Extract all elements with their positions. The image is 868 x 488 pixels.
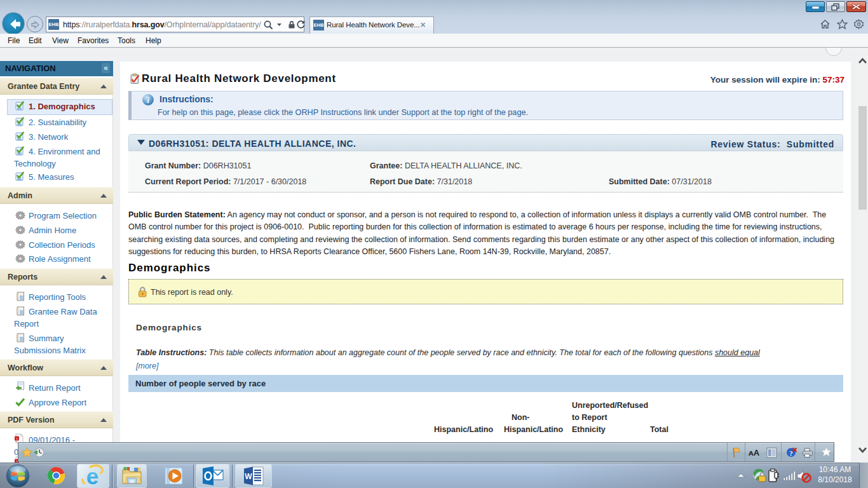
svg-text:?: ? xyxy=(789,449,793,457)
svg-text:i: i xyxy=(147,95,149,105)
svg-text:W: W xyxy=(245,472,252,481)
svg-text:e: e xyxy=(86,464,98,488)
